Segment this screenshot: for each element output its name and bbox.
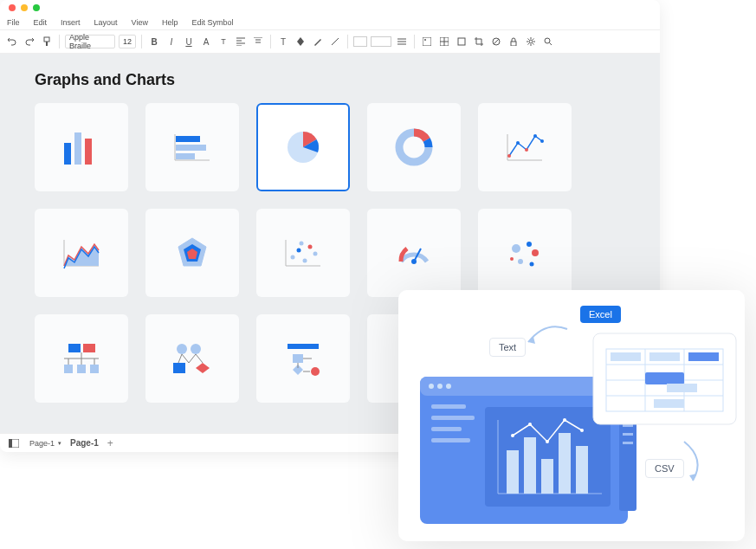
font-family-value: Apple Braille: [69, 33, 111, 50]
close-window-button[interactable]: [9, 4, 16, 11]
svg-point-88: [446, 384, 451, 389]
maximize-window-button[interactable]: [33, 4, 40, 11]
svg-point-49: [527, 242, 532, 247]
svg-point-103: [546, 440, 549, 443]
line-tool-button[interactable]: [328, 35, 342, 48]
svg-line-14: [550, 43, 552, 46]
pen-tool-button[interactable]: [311, 35, 325, 48]
svg-rect-118: [649, 352, 680, 361]
chart-flowchart-shapes[interactable]: [145, 314, 239, 403]
page-layout-icon[interactable]: [7, 436, 21, 450]
chart-line[interactable]: [478, 103, 572, 191]
chart-doughnut[interactable]: [367, 103, 461, 191]
chart-bar[interactable]: [35, 103, 128, 191]
add-page-button[interactable]: +: [107, 437, 113, 449]
svg-point-104: [563, 418, 566, 422]
bold-button[interactable]: B: [147, 35, 161, 48]
svg-rect-108: [623, 433, 633, 436]
format-painter-button[interactable]: [40, 35, 54, 48]
text-tool-button[interactable]: T: [276, 35, 290, 48]
menu-layout[interactable]: Layout: [94, 18, 118, 27]
italic-button[interactable]: I: [165, 35, 178, 48]
fill-swatch[interactable]: [353, 36, 367, 47]
svg-rect-106: [619, 416, 636, 511]
chart-gauge[interactable]: [367, 209, 461, 297]
svg-point-77: [311, 367, 320, 376]
insert-image-button[interactable]: [420, 35, 434, 48]
svg-rect-83: [9, 439, 12, 448]
chart-process-diagram[interactable]: [256, 314, 350, 403]
svg-point-42: [303, 259, 307, 263]
crop-button[interactable]: [472, 35, 486, 48]
insert-shape-button[interactable]: [455, 35, 468, 48]
svg-rect-97: [524, 437, 536, 494]
svg-line-68: [189, 354, 196, 363]
font-color-button[interactable]: A: [199, 35, 213, 48]
svg-point-50: [532, 249, 539, 256]
svg-point-64: [177, 344, 187, 354]
svg-point-4: [424, 39, 426, 41]
text-transform-button[interactable]: T: [216, 35, 230, 48]
svg-point-105: [580, 429, 584, 432]
fill-color-button[interactable]: [294, 35, 307, 48]
svg-rect-91: [431, 427, 462, 431]
svg-point-52: [530, 262, 534, 267]
chart-org[interactable]: [35, 314, 128, 403]
font-family-select[interactable]: Apple Braille: [65, 35, 115, 48]
stroke-swatch[interactable]: [371, 36, 391, 47]
svg-rect-63: [90, 365, 99, 373]
current-page-tab[interactable]: Page-1: [70, 438, 99, 448]
align-top-button[interactable]: [251, 35, 265, 48]
lock-button[interactable]: [507, 35, 520, 48]
svg-point-27: [507, 154, 511, 158]
svg-rect-22: [176, 153, 195, 159]
chart-scatter[interactable]: [256, 209, 350, 297]
svg-rect-120: [645, 372, 684, 384]
menu-insert[interactable]: Insert: [61, 18, 81, 27]
chart-bubble[interactable]: [478, 209, 572, 297]
svg-point-51: [518, 259, 523, 264]
menubar: File Edit Insert Layout View Help Edit S…: [0, 16, 660, 29]
menu-help[interactable]: Help: [162, 18, 178, 27]
svg-rect-70: [173, 363, 185, 373]
menu-view[interactable]: View: [132, 18, 148, 27]
menu-edit[interactable]: Edit: [34, 18, 48, 27]
svg-rect-1: [46, 42, 48, 46]
excel-import-chip: Excel: [580, 306, 621, 323]
svg-point-45: [300, 242, 304, 246]
underline-button[interactable]: U: [182, 35, 196, 48]
svg-rect-90: [431, 416, 475, 420]
chart-horizontal-bar[interactable]: [145, 103, 239, 191]
chart-radar[interactable]: [145, 209, 239, 297]
insert-table-button[interactable]: [437, 35, 451, 48]
csv-import-chip: CSV: [645, 459, 684, 478]
menu-edit-symbol[interactable]: Edit Symbol: [191, 18, 233, 27]
line-style-button[interactable]: [395, 35, 409, 48]
svg-line-66: [178, 354, 182, 363]
search-button[interactable]: [541, 35, 555, 48]
text-import-chip: Text: [489, 338, 526, 357]
menu-file[interactable]: File: [7, 18, 20, 27]
svg-rect-122: [667, 384, 697, 392]
font-size-select[interactable]: 12: [119, 35, 136, 48]
settings-button[interactable]: [524, 35, 538, 48]
svg-rect-72: [288, 344, 319, 349]
import-illustration-card: Text Excel CSV: [398, 290, 745, 541]
svg-point-86: [429, 384, 434, 389]
svg-point-41: [297, 249, 301, 253]
svg-point-101: [511, 434, 514, 437]
minimize-window-button[interactable]: [21, 4, 28, 11]
redo-button[interactable]: [23, 35, 36, 48]
svg-rect-121: [654, 399, 684, 408]
svg-point-12: [529, 40, 533, 43]
block-button[interactable]: [489, 35, 503, 48]
align-left-button[interactable]: [234, 35, 248, 48]
chart-area[interactable]: [35, 209, 128, 297]
chart-pie[interactable]: [256, 103, 350, 191]
svg-rect-11: [511, 42, 516, 46]
chevron-down-icon: ▾: [58, 440, 61, 447]
page-dropdown[interactable]: Page-1 ▾: [29, 439, 61, 448]
undo-button[interactable]: [5, 35, 19, 48]
svg-rect-8: [458, 38, 465, 45]
svg-rect-100: [576, 446, 588, 494]
